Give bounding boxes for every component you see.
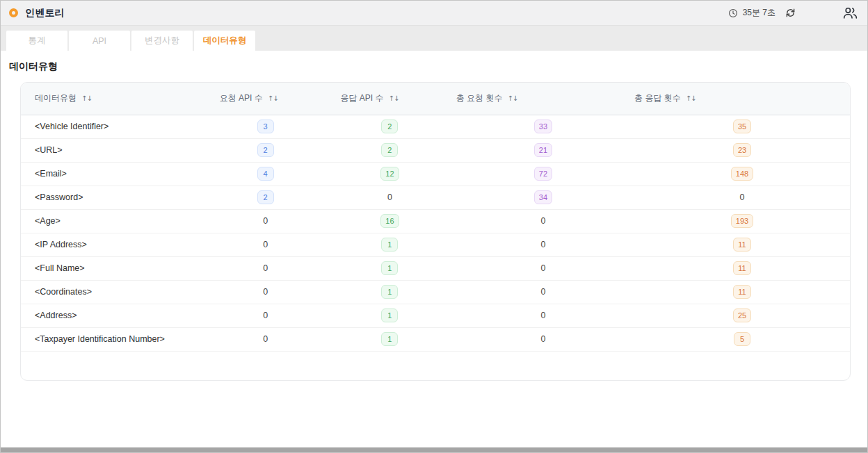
cell-response-api: 1 xyxy=(328,327,452,351)
tab-api[interactable]: API xyxy=(69,31,130,51)
sort-arrows-icon[interactable]: ↑↓ xyxy=(268,94,278,102)
zero-value: 0 xyxy=(740,192,745,202)
count-badge: 11 xyxy=(733,238,750,252)
cell-datatype: <Taxpayer Identification Number> xyxy=(21,327,203,351)
column-header-response-api[interactable]: 응답 API 수↑↓ xyxy=(328,83,452,115)
cell-response-api: 1 xyxy=(328,233,452,256)
datatype-table-card: 데이터유형↑↓요청 API 수↑↓응답 API 수↑↓총 요청 횟수↑↓총 응답… xyxy=(20,82,851,381)
cell-response-total: 11 xyxy=(634,256,850,280)
cell-request-total: 21 xyxy=(452,138,634,162)
count-badge: 3 xyxy=(257,120,274,133)
ring-icon xyxy=(9,8,18,17)
cell-response-api: 12 xyxy=(328,162,452,186)
people-icon[interactable] xyxy=(842,6,859,20)
zero-value: 0 xyxy=(263,216,268,226)
table-row: <Coordinates>01011 xyxy=(21,280,850,304)
count-badge: 2 xyxy=(381,143,398,157)
tab-datatypes[interactable]: 데이터유형 xyxy=(194,31,255,51)
cell-request-total: 72 xyxy=(452,162,634,186)
count-badge: 16 xyxy=(380,214,399,228)
cell-response-total: 23 xyxy=(634,138,850,162)
count-badge: 1 xyxy=(381,261,398,275)
cell-response-total: 193 xyxy=(634,209,850,233)
zero-value: 0 xyxy=(263,240,268,249)
cell-response-total: 35 xyxy=(634,115,850,138)
count-badge: 11 xyxy=(733,285,750,299)
refresh-icon[interactable] xyxy=(784,6,797,19)
cell-response-total: 5 xyxy=(634,327,850,351)
cell-request-api: 0 xyxy=(203,256,328,280)
cell-response-api: 1 xyxy=(328,256,452,280)
count-badge: 23 xyxy=(733,143,751,157)
cell-datatype: <Address> xyxy=(21,304,203,327)
cell-request-total: 33 xyxy=(452,115,634,138)
cell-request-api: 0 xyxy=(203,209,328,233)
sort-arrows-icon[interactable]: ↑↓ xyxy=(507,94,517,102)
cell-request-api: 0 xyxy=(203,304,328,327)
column-label: 데이터유형 xyxy=(35,93,77,103)
count-badge: 72 xyxy=(534,167,552,181)
cell-request-total: 0 xyxy=(452,256,634,280)
zero-value: 0 xyxy=(540,287,545,297)
count-badge: 21 xyxy=(534,143,552,157)
datatype-table: 데이터유형↑↓요청 API 수↑↓응답 API 수↑↓총 요청 횟수↑↓총 응답… xyxy=(21,83,850,352)
cell-response-api: 0 xyxy=(328,186,452,209)
cell-datatype: <URL> xyxy=(21,138,203,162)
count-badge: 35 xyxy=(733,120,751,133)
table-row: <Password>20340 xyxy=(21,186,850,209)
count-badge: 2 xyxy=(257,190,274,204)
cell-response-total: 25 xyxy=(634,304,850,327)
column-header-request-api[interactable]: 요청 API 수↑↓ xyxy=(203,83,328,115)
tab-changes[interactable]: 변경사항 xyxy=(131,31,193,51)
count-badge: 148 xyxy=(731,167,753,181)
cell-datatype: <IP Address> xyxy=(21,233,203,256)
count-badge: 1 xyxy=(381,285,398,299)
cell-response-total: 11 xyxy=(634,280,850,304)
cell-datatype: <Email> xyxy=(21,162,203,186)
zero-value: 0 xyxy=(540,240,545,249)
table-row: <Age>0160193 xyxy=(21,209,850,233)
cell-datatype: <Password> xyxy=(21,186,203,209)
cell-response-total: 11 xyxy=(634,233,850,256)
section-title: 데이터유형 xyxy=(8,60,860,73)
cell-datatype: <Age> xyxy=(21,209,203,233)
column-label: 요청 API 수 xyxy=(220,93,263,103)
count-badge: 193 xyxy=(731,214,753,228)
bottom-scrollbar[interactable] xyxy=(1,447,867,452)
column-header-datatype[interactable]: 데이터유형↑↓ xyxy=(21,83,203,115)
count-badge: 5 xyxy=(734,332,750,346)
count-badge: 1 xyxy=(381,308,398,322)
zero-value: 0 xyxy=(263,287,268,297)
table-row: <Taxpayer Identification Number>0105 xyxy=(21,327,850,351)
count-badge: 2 xyxy=(257,143,274,157)
cell-request-api: 0 xyxy=(203,233,328,256)
count-badge: 33 xyxy=(534,120,552,133)
count-badge: 1 xyxy=(381,332,398,346)
column-header-response-total[interactable]: 총 응답 횟수↑↓ xyxy=(634,83,850,115)
count-badge: 34 xyxy=(534,190,552,204)
column-header-request-total[interactable]: 총 요청 횟수↑↓ xyxy=(452,83,634,115)
cell-request-api: 0 xyxy=(203,327,328,351)
tab-stats[interactable]: 통계 xyxy=(6,31,67,51)
sort-arrows-icon[interactable]: ↑↓ xyxy=(389,94,399,102)
table-row: <Vehicle Identifier>323335 xyxy=(21,115,850,138)
zero-value: 0 xyxy=(540,216,545,226)
count-badge: 1 xyxy=(381,238,398,252)
count-badge: 12 xyxy=(380,167,399,181)
clock-icon xyxy=(727,7,739,19)
cell-response-api: 2 xyxy=(328,138,452,162)
cell-response-api: 16 xyxy=(328,209,452,233)
sort-arrows-icon[interactable]: ↑↓ xyxy=(686,94,696,102)
zero-value: 0 xyxy=(263,263,268,273)
count-badge: 2 xyxy=(381,120,398,133)
top-header: 인벤토리 35분 7초 xyxy=(1,1,867,26)
cell-request-total: 34 xyxy=(452,186,634,209)
table-row: <Email>41272148 xyxy=(21,162,850,186)
cell-datatype: <Vehicle Identifier> xyxy=(21,115,203,138)
inventory-page: 인벤토리 35분 7초 xyxy=(0,0,868,453)
zero-value: 0 xyxy=(540,334,545,344)
sort-arrows-icon[interactable]: ↑↓ xyxy=(81,94,92,102)
cell-request-total: 0 xyxy=(452,304,634,327)
count-badge: 4 xyxy=(257,167,274,181)
zero-value: 0 xyxy=(540,311,545,320)
